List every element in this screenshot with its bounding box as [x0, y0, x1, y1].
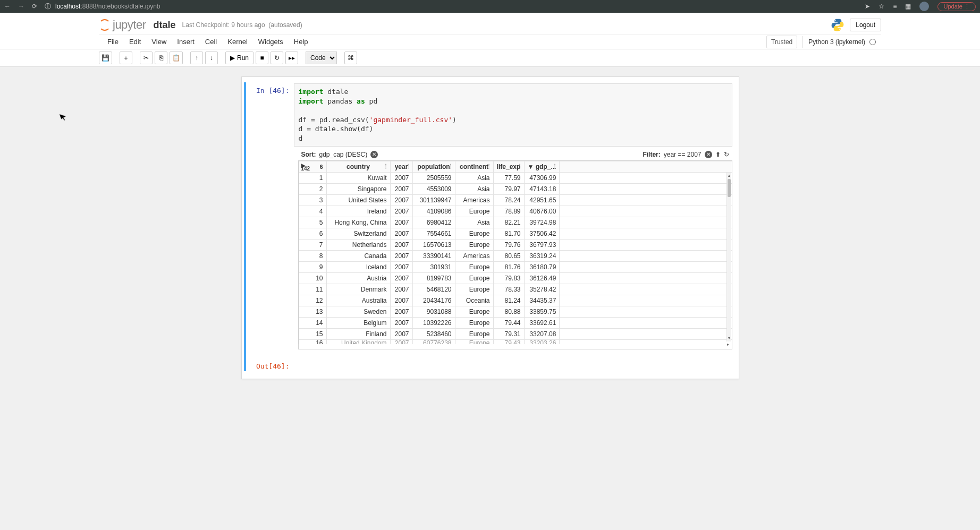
table-row[interactable]: 14Belgium200710392226Europe79.4433692.61 — [299, 318, 732, 329]
logout-button[interactable]: Logout — [850, 19, 881, 31]
table-row[interactable]: 2Singapore20074553009Asia79.9747143.18 — [299, 184, 732, 195]
paste-button[interactable]: 📋 — [170, 52, 183, 64]
vertical-scrollbar[interactable]: ▴ ▾ — [726, 173, 731, 341]
table-row[interactable]: 10Austria20078199783Europe79.8336126.49 — [299, 273, 732, 284]
table-row[interactable]: 1Kuwait20072505559Asia77.5947306.99 — [299, 173, 732, 184]
sort-value[interactable]: gdp_cap (DESC) — [319, 151, 368, 158]
menu-kernel[interactable]: Kernel — [222, 35, 253, 49]
filter-value[interactable]: year == 2007 — [664, 151, 702, 158]
python-logo-icon — [831, 18, 844, 32]
col-header-1[interactable]: year⋮ — [390, 161, 412, 173]
table-row[interactable]: 7Netherlands200716570613Europe79.7636797… — [299, 240, 732, 251]
table-row[interactable]: 3United States2007301139947Americas78.24… — [299, 195, 732, 206]
move-down-button[interactable]: ↓ — [205, 52, 218, 64]
table-row[interactable]: 13Sweden20079031088Europe80.8833859.75 — [299, 306, 732, 318]
menu-help[interactable]: Help — [289, 35, 314, 49]
input-prompt: In [46]: — [246, 83, 294, 147]
share-icon[interactable]: ➤ — [865, 3, 870, 10]
menu-widgets[interactable]: Widgets — [253, 35, 289, 49]
checkpoint-text: Last Checkpoint: 9 hours ago (autosaved) — [182, 21, 302, 29]
move-up-button[interactable]: ↑ — [190, 52, 203, 64]
table-row[interactable]: 11Denmark20075468120Europe78.3335278.42 — [299, 284, 732, 295]
jupyter-header: jupyter dtale Last Checkpoint: 9 hours a… — [0, 13, 980, 49]
restart-button[interactable]: ↻ — [271, 52, 283, 64]
cut-button[interactable]: ✂ — [140, 52, 153, 64]
table-row[interactable]: 4Ireland20074109086Europe78.8940676.00 — [299, 206, 732, 217]
menubar: FileEditViewInsertCellKernelWidgetsHelp … — [99, 34, 881, 49]
refresh-icon[interactable]: ↻ — [724, 151, 729, 158]
scroll-up-icon[interactable]: ▴ — [727, 173, 731, 179]
fast-forward-button[interactable]: ▸▸ — [285, 52, 298, 64]
menu-edit[interactable]: Edit — [124, 35, 146, 49]
scroll-down-icon[interactable]: ▾ — [727, 335, 731, 341]
scroll-right-icon[interactable]: ▸ — [725, 342, 731, 348]
table-row[interactable]: 5Hong Kong, China20076980412Asia82.21397… — [299, 217, 732, 228]
cell-type-select[interactable]: Code — [306, 52, 337, 64]
notebook: In [46]: import dtaleimport pandas as pd… — [241, 76, 739, 379]
avatar[interactable] — [919, 2, 929, 11]
kernel-status-icon — [869, 39, 876, 45]
table-row[interactable]: 6Switzerland20077554661Europe81.7037506.… — [299, 228, 732, 240]
clear-filter-icon[interactable]: ✕ — [705, 151, 712, 158]
copy-button[interactable]: ⎘ — [155, 52, 167, 64]
url-host: localhost — [55, 3, 80, 10]
forward-icon[interactable]: → — [18, 3, 24, 10]
jupyter-logo[interactable]: jupyter — [99, 18, 146, 32]
dtale-grid[interactable]: ▶ 6 142 country⋮year⋮population⋮continen… — [298, 160, 732, 349]
col-header-2[interactable]: population⋮ — [412, 161, 455, 173]
scroll-thumb[interactable] — [728, 179, 731, 197]
code-cell[interactable]: In [46]: import dtaleimport pandas as pd… — [244, 82, 737, 371]
kernel-indicator[interactable]: Python 3 (ipykernel) — [802, 36, 879, 48]
command-palette-button[interactable]: ⌘ — [344, 52, 357, 64]
dtale-output: Sort: gdp_cap (DESC) ✕ Filter: year == 2… — [298, 149, 732, 349]
col-header-4[interactable]: life_exp⋮ — [493, 161, 524, 173]
browser-chrome-bar: ← → ⟳ ⓘ localhost:8888/notebooks/dtale.i… — [0, 0, 980, 13]
filter-label: Filter: — [643, 151, 660, 158]
menu-view[interactable]: View — [146, 35, 172, 49]
notebook-name[interactable]: dtale — [154, 20, 176, 31]
extensions-icon[interactable]: ≡ — [893, 3, 897, 10]
update-button[interactable]: Update ⋮ — [937, 2, 976, 11]
save-button[interactable]: 💾 — [99, 52, 112, 64]
clear-sort-icon[interactable]: ✕ — [370, 151, 378, 158]
output-prompt: Out[46]: — [246, 359, 294, 370]
table-row[interactable]: 16United Kingdom200760776238Europe79.433… — [299, 340, 732, 344]
grid-icon[interactable]: ▦ — [905, 3, 911, 10]
table-row[interactable]: 9Iceland2007301931Europe81.7636180.79 — [299, 262, 732, 273]
run-button[interactable]: ▶ Run — [225, 52, 254, 64]
url-path: :8888/notebooks/dtale.ipynb — [80, 3, 160, 10]
menu-insert[interactable]: Insert — [172, 35, 200, 49]
menu-cell[interactable]: Cell — [200, 35, 222, 49]
table-row[interactable]: 15Finland20075238460Europe79.3133207.08 — [299, 329, 732, 340]
reload-icon[interactable]: ⟳ — [32, 3, 37, 10]
col-header-3[interactable]: continent⋮ — [455, 161, 493, 173]
jupyter-logo-icon — [99, 19, 111, 31]
col-header-0[interactable]: country⋮ — [326, 161, 390, 173]
table-row[interactable]: 8Canada200733390141Americas80.6536319.24 — [299, 251, 732, 262]
sort-label: Sort: — [301, 151, 316, 158]
url-bar[interactable]: ⓘ localhost:8888/notebooks/dtale.ipynb — [45, 2, 160, 11]
col-header-5[interactable]: ▼ gdp_...⋮ — [524, 161, 560, 173]
trusted-badge[interactable]: Trusted — [766, 36, 797, 48]
upload-icon[interactable]: ⬆ — [715, 151, 721, 158]
table-row[interactable]: 12Australia200720434176Oceania81.2434435… — [299, 295, 732, 306]
add-cell-button[interactable]: ＋ — [120, 52, 132, 64]
back-icon[interactable]: ← — [4, 3, 11, 10]
corner-cell[interactable]: ▶ 6 142 — [299, 161, 326, 173]
stop-button[interactable]: ■ — [256, 52, 268, 64]
bookmark-icon[interactable]: ☆ — [878, 3, 884, 10]
info-icon: ⓘ — [45, 2, 51, 11]
code-input[interactable]: import dtaleimport pandas as pd df = pd.… — [294, 83, 732, 147]
toolbar: 💾 ＋ ✂ ⎘ 📋 ↑ ↓ ▶ Run ■ ↻ ▸▸ Code ⌘ — [0, 49, 980, 67]
menu-file[interactable]: File — [102, 35, 124, 49]
